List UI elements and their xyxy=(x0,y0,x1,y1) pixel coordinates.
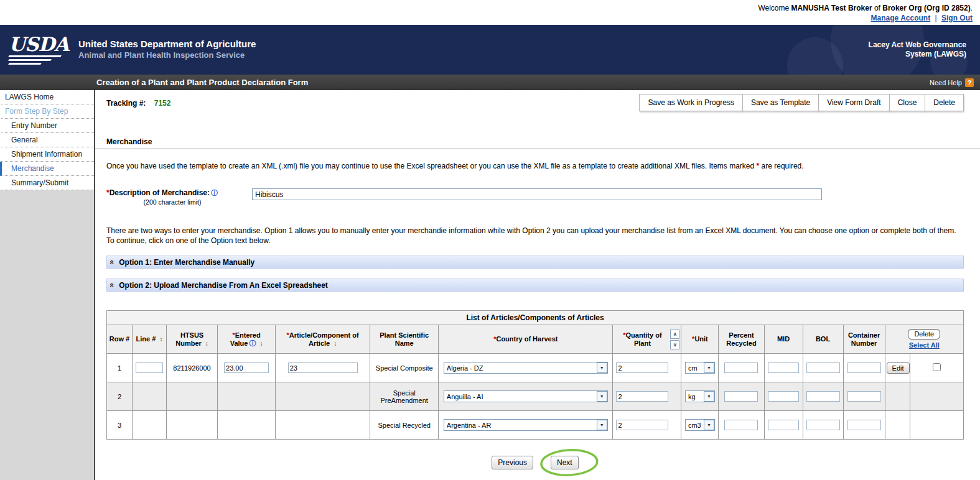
htsus-value xyxy=(167,382,218,411)
manage-account-link[interactable]: Manage Account xyxy=(871,14,931,22)
sidebar-item-shipment-information[interactable]: Shipment Information xyxy=(0,147,94,162)
table-row: 3 Special Recycled Argentina - AR ▼ xyxy=(107,411,964,440)
unit-select[interactable]: cm3 ▼ xyxy=(685,419,715,431)
select-all-link[interactable]: Select All xyxy=(887,341,962,349)
table-caption: List of Articles/Components of Articles xyxy=(107,311,964,325)
next-button[interactable]: Next xyxy=(551,456,579,469)
dropdown-arrow-icon[interactable]: ▼ xyxy=(597,362,607,373)
articles-table: List of Articles/Components of Articles … xyxy=(106,310,964,440)
col-header-mid: MID xyxy=(764,325,803,354)
sidebar-item-merchandise[interactable]: Merchandise xyxy=(0,162,94,176)
country-select[interactable]: Anguilla - AI ▼ xyxy=(444,390,608,402)
intro-paragraph: Once you have used the template to creat… xyxy=(106,162,964,171)
collapse-chevrons-icon: « xyxy=(108,283,117,287)
col-header-delete: Delete Select All xyxy=(885,325,963,354)
entered-value-cell xyxy=(218,382,276,411)
intro-text-post: are required. xyxy=(762,162,804,170)
unit-select[interactable]: kg ▼ xyxy=(685,390,715,402)
mid-input[interactable] xyxy=(768,420,799,430)
description-input[interactable] xyxy=(252,188,822,200)
percent-recycled-input[interactable] xyxy=(724,420,758,430)
htsus-value xyxy=(167,411,218,440)
bol-input[interactable] xyxy=(806,391,840,402)
app-name: Lacey Act Web Governance System (LAWGS) xyxy=(869,40,966,59)
quantity-input[interactable] xyxy=(616,362,668,373)
help-icon[interactable]: ? xyxy=(965,78,974,87)
bol-input[interactable] xyxy=(806,362,840,373)
sort-icon[interactable]: ↕ xyxy=(159,336,162,343)
container-number-input[interactable] xyxy=(847,362,881,373)
tracking-number: Tracking #: 7152 xyxy=(106,94,170,108)
spin-up-icon[interactable]: ∧ xyxy=(670,330,679,339)
view-form-draft-button[interactable]: View Form Draft xyxy=(818,94,889,111)
next-button-wrap: Next xyxy=(551,456,579,469)
description-label-text: Description of Merchandise: xyxy=(110,188,210,197)
link-separator: | xyxy=(935,14,937,22)
dropdown-arrow-icon[interactable]: ▼ xyxy=(597,420,607,430)
col-header-article: *Article/Component of Article ↕ xyxy=(276,325,370,354)
unit-select[interactable]: cm ▼ xyxy=(685,362,715,374)
dropdown-arrow-icon[interactable]: ▼ xyxy=(704,420,714,430)
welcome-prefix: Welcome xyxy=(758,4,789,12)
save-as-template-button[interactable]: Save as Template xyxy=(742,94,819,111)
close-button[interactable]: Close xyxy=(889,94,926,111)
entered-value-input[interactable] xyxy=(224,362,269,373)
country-select[interactable]: Algeria - DZ ▼ xyxy=(444,362,608,374)
spin-down-icon[interactable]: ∨ xyxy=(670,340,679,349)
app-name-line2: System (LAWGS) xyxy=(869,50,966,59)
unit-selected-value: cm3 xyxy=(688,422,704,429)
dropdown-arrow-icon[interactable]: ▼ xyxy=(704,362,714,373)
country-selected-value: Anguilla - AI xyxy=(447,393,597,400)
col-header-quantity: *Quantity of Plant ∧ ∨ xyxy=(613,325,681,354)
mid-input[interactable] xyxy=(768,391,799,402)
previous-button[interactable]: Previous xyxy=(492,456,533,469)
option1-toggle[interactable]: « Option 1: Enter Merchandise Manually xyxy=(106,256,964,269)
usda-logo-icon: USDA xyxy=(9,35,68,65)
quantity-input[interactable] xyxy=(616,420,668,430)
option2-toggle[interactable]: « Option 2: Upload Merchandise From An E… xyxy=(106,279,964,292)
need-help[interactable]: Need Help ? xyxy=(930,78,980,87)
dropdown-arrow-icon[interactable]: ▼ xyxy=(704,391,714,402)
row-delete-checkbox[interactable] xyxy=(933,363,941,371)
line-number-input[interactable] xyxy=(136,362,163,373)
sort-icon[interactable]: ↕ xyxy=(259,340,263,347)
sort-icon[interactable]: ↕ xyxy=(205,340,208,347)
save-work-in-progress-button[interactable]: Save as Work in Progress xyxy=(639,94,743,111)
sign-out-link[interactable]: Sign Out xyxy=(941,14,973,22)
percent-recycled-input[interactable] xyxy=(724,391,758,402)
info-icon[interactable]: ⓘ xyxy=(249,339,256,347)
entered-value-cell xyxy=(218,411,276,440)
sidebar-item-general[interactable]: General xyxy=(0,133,94,147)
sidebar-item-entry-number[interactable]: Entry Number xyxy=(0,119,94,133)
need-help-label: Need Help xyxy=(930,79,962,86)
options-paragraph: There are two ways to enter your merchan… xyxy=(106,226,964,246)
department-title: United States Department of Agriculture … xyxy=(78,39,256,61)
plant-name-value: Special Composite xyxy=(370,354,439,382)
bol-input[interactable] xyxy=(806,420,840,430)
intro-text-pre: Once you have used the template to creat… xyxy=(106,162,754,170)
sort-icon[interactable]: ↕ xyxy=(334,340,337,347)
dropdown-arrow-icon[interactable]: ▼ xyxy=(597,391,607,402)
edit-row-button[interactable]: Edit xyxy=(887,362,910,374)
container-number-input[interactable] xyxy=(847,420,881,430)
article-input[interactable] xyxy=(288,362,358,373)
sidebar-item-summary-submit[interactable]: Summary/Submit xyxy=(0,176,94,190)
mid-input[interactable] xyxy=(768,362,799,373)
table-header-row: Row # Line # ↕ HTSUS Number ↕ *Entered V… xyxy=(107,325,964,354)
row-number-cell: 1 xyxy=(107,354,133,382)
department-line1: United States Department of Agriculture xyxy=(78,39,256,50)
article-cell xyxy=(276,382,370,411)
country-select[interactable]: Argentina - AR ▼ xyxy=(444,419,608,431)
delete-rows-button[interactable]: Delete xyxy=(908,329,940,339)
edit-cell xyxy=(885,382,910,411)
info-icon[interactable]: ⓘ xyxy=(211,189,218,196)
sidebar-item-form-step-by-step[interactable]: Form Step By Step xyxy=(0,104,94,119)
unit-selected-value: cm xyxy=(688,364,704,372)
sidebar-item-lawgs-home[interactable]: LAWGS Home xyxy=(0,90,94,104)
delete-cell xyxy=(910,382,963,411)
percent-recycled-input[interactable] xyxy=(724,362,758,373)
container-number-input[interactable] xyxy=(847,391,881,402)
quantity-input[interactable] xyxy=(616,391,668,402)
delete-cell xyxy=(910,411,963,440)
delete-button[interactable]: Delete xyxy=(925,94,964,111)
